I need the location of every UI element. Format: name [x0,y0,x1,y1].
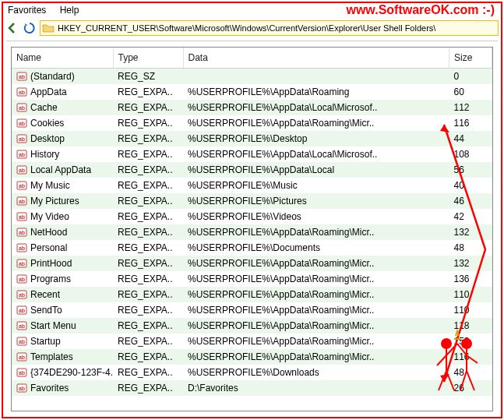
row-type: REG_EXPA.. [113,349,183,365]
string-value-icon: ab [16,211,27,222]
column-header-size[interactable]: Size [449,48,492,69]
row-name: My Pictures [30,196,79,206]
folder-icon [42,23,55,34]
row-type: REG_SZ [113,69,183,84]
row-type: REG_EXPA.. [113,146,183,162]
table-row[interactable]: abMy PicturesREG_EXPA..%USERPROFILE%\Pic… [12,193,492,209]
table-row[interactable]: abStart MenuREG_EXPA..%USERPROFILE%\AppD… [12,318,492,334]
row-type: REG_EXPA.. [113,380,183,396]
row-data [183,69,449,84]
row-name: Templates [30,351,73,362]
table-row[interactable]: abMy VideoREG_EXPA..%USERPROFILE%\Videos… [12,209,492,224]
table-row[interactable]: abCookiesREG_EXPA..%USERPROFILE%\AppData… [12,115,492,131]
string-value-icon: ab [16,242,27,253]
row-data: %USERPROFILE%\AppData\Roaming\Micr.. [183,334,449,349]
table-row[interactable]: abTemplatesREG_EXPA..%USERPROFILE%\AppDa… [12,349,492,365]
table-row[interactable]: abHistoryREG_EXPA..%USERPROFILE%\AppData… [12,146,492,162]
column-header-name[interactable]: Name [12,48,113,69]
svg-text:ab: ab [19,339,25,344]
string-value-icon: ab [16,133,27,144]
table-row[interactable]: ab{374DE290-123F-4..REG_EXPA..%USERPROFI… [12,365,492,380]
table-row[interactable]: abLocal AppDataREG_EXPA..%USERPROFILE%\A… [12,162,492,178]
row-size: 56 [449,162,492,178]
row-data: %USERPROFILE%\Pictures [183,193,449,209]
row-type: REG_EXPA.. [113,178,183,193]
string-value-icon: ab [16,305,27,316]
address-bar[interactable]: HKEY_CURRENT_USER\Software\Microsoft\Win… [40,20,499,36]
string-value-icon: ab [16,351,27,362]
row-size: 0 [449,69,492,84]
row-data: %USERPROFILE%\AppData\Roaming\Micr.. [183,271,449,287]
row-name: Startup [30,336,61,347]
svg-text:ab: ab [19,292,25,298]
svg-text:ab: ab [19,370,25,376]
row-name: {374DE290-123F-4.. [30,367,113,378]
row-size: 44 [449,131,492,146]
row-type: REG_EXPA.. [113,365,183,380]
row-type: REG_EXPA.. [113,334,183,349]
row-type: REG_EXPA.. [113,84,183,100]
row-name: My Video [30,211,69,222]
svg-text:ab: ab [19,386,25,391]
row-name: SendTo [30,305,62,316]
row-name: Favorites [30,383,69,394]
table-row[interactable]: abStartupREG_EXPA..%USERPROFILE%\AppData… [12,334,492,349]
refresh-icon[interactable] [23,21,37,35]
row-data: %USERPROFILE%\AppData\Roaming\Micr.. [183,318,449,334]
table-row[interactable]: abProgramsREG_EXPA..%USERPROFILE%\AppDat… [12,271,492,287]
row-size: 132 [449,256,492,271]
row-size: 60 [449,84,492,100]
back-icon[interactable] [5,21,19,35]
string-value-icon: ab [16,196,27,206]
table-row[interactable]: abCacheREG_EXPA..%USERPROFILE%\AppData\L… [12,100,492,115]
table-row[interactable]: abRecentREG_EXPA..%USERPROFILE%\AppData\… [12,287,492,302]
table-row[interactable]: ab(Standard)REG_SZ0 [12,69,492,84]
row-name: Cookies [30,118,64,129]
row-type: REG_EXPA.. [113,209,183,224]
menu-favorites[interactable]: Favorites [8,5,46,16]
address-text: HKEY_CURRENT_USER\Software\Microsoft\Win… [58,23,435,33]
column-header-data[interactable]: Data [183,48,449,69]
row-size: 112 [449,100,492,115]
string-value-icon: ab [16,227,27,238]
row-size: 48 [449,240,492,256]
watermark-text: www.SoftwareOK.com :-) [346,3,495,17]
table-row[interactable]: abSendToREG_EXPA..%USERPROFILE%\AppData\… [12,302,492,318]
table-row[interactable]: abMy MusicREG_EXPA..%USERPROFILE%\Music4… [12,178,492,193]
row-data: D:\Favorites [183,380,449,396]
row-name: PrintHood [30,258,72,269]
table-row[interactable]: abPersonalREG_EXPA..%USERPROFILE%\Docume… [12,240,492,256]
table-row[interactable]: abNetHoodREG_EXPA..%USERPROFILE%\AppData… [12,224,492,240]
row-size: 110 [449,287,492,302]
table-row[interactable]: abFavoritesREG_EXPA..D:\Favorites26 [12,380,492,396]
svg-text:ab: ab [19,168,25,173]
row-data: %USERPROFILE%\AppData\Local\Microsof.. [183,146,449,162]
table-row[interactable]: abPrintHoodREG_EXPA..%USERPROFILE%\AppDa… [12,256,492,271]
row-size: 40 [449,178,492,193]
string-value-icon: ab [16,383,27,394]
svg-text:ab: ab [19,121,25,126]
row-data: %USERPROFILE%\Desktop [183,131,449,146]
string-value-icon: ab [16,289,27,300]
row-size: 132 [449,224,492,240]
string-value-icon: ab [16,86,27,97]
registry-table: Name Type Data Size ab(Standard)REG_SZ0a… [12,48,492,396]
svg-text:ab: ab [19,261,25,266]
table-row[interactable]: abDesktopREG_EXPA..%USERPROFILE%\Desktop… [12,131,492,146]
svg-text:ab: ab [19,214,25,220]
string-value-icon: ab [16,102,27,113]
column-header-type[interactable]: Type [113,48,183,69]
row-data: %USERPROFILE%\AppData\Local [183,162,449,178]
row-size: 110 [449,302,492,318]
svg-text:ab: ab [19,308,25,313]
row-data: %USERPROFILE%\Videos [183,209,449,224]
row-name: (Standard) [30,71,75,82]
row-data: %USERPROFILE%\AppData\Local\Microsof.. [183,100,449,115]
row-type: REG_EXPA.. [113,302,183,318]
table-row[interactable]: abAppDataREG_EXPA..%USERPROFILE%\AppData… [12,84,492,100]
row-type: REG_EXPA.. [113,224,183,240]
string-value-icon: ab [16,180,27,191]
row-size: 116 [449,115,492,131]
string-value-icon: ab [16,149,27,160]
menu-help[interactable]: Help [60,5,79,16]
